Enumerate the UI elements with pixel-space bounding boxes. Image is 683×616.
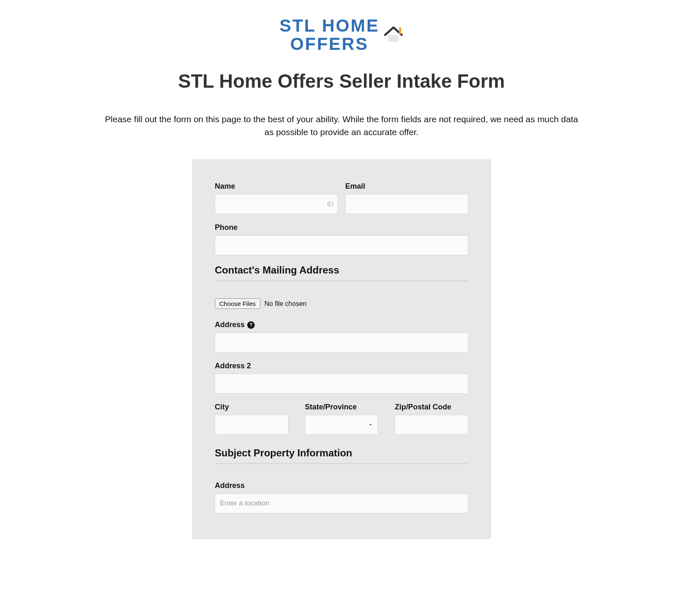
subject-property-heading: Subject Property Information xyxy=(215,447,468,459)
contact-card-icon xyxy=(327,201,334,207)
help-icon[interactable]: ? xyxy=(247,321,255,329)
logo-line1: STL HOME xyxy=(280,16,379,35)
zip-field[interactable] xyxy=(395,415,468,435)
address-field[interactable] xyxy=(215,333,468,352)
name-field[interactable] xyxy=(215,194,338,214)
state-label: State/Province xyxy=(305,403,378,411)
house-icon xyxy=(383,25,403,45)
choose-files-button[interactable]: Choose Files xyxy=(215,298,260,309)
subject-address-label: Address xyxy=(215,481,468,490)
page-description: Please fill out the form on this page to… xyxy=(71,113,612,138)
name-label: Name xyxy=(215,182,338,191)
svg-rect-1 xyxy=(388,35,398,42)
address-label: Address ? xyxy=(215,320,468,329)
contact-address-heading: Contact's Mailing Address xyxy=(215,264,468,276)
address2-label: Address 2 xyxy=(215,362,468,370)
svg-rect-2 xyxy=(328,202,333,206)
page-title: STL Home Offers Seller Intake Form xyxy=(0,70,683,92)
address2-field[interactable] xyxy=(215,374,468,394)
logo: STL HOME OFFERS xyxy=(0,17,683,53)
zip-label: Zip/Postal Code xyxy=(395,403,468,411)
email-label: Email xyxy=(345,182,468,191)
logo-line2: OFFERS xyxy=(290,34,369,54)
city-label: City xyxy=(215,403,288,411)
section-divider xyxy=(215,280,468,282)
city-field[interactable] xyxy=(215,415,288,435)
phone-field[interactable] xyxy=(215,235,468,255)
email-field[interactable] xyxy=(345,194,468,214)
phone-label: Phone xyxy=(215,223,468,232)
state-select[interactable] xyxy=(305,415,378,435)
intake-form: Name Email Phone Contact's Mailing Addre… xyxy=(192,159,491,539)
file-status: No file chosen xyxy=(265,300,307,308)
subject-address-field[interactable] xyxy=(215,493,468,513)
svg-point-3 xyxy=(329,203,330,205)
section-divider xyxy=(215,463,468,465)
